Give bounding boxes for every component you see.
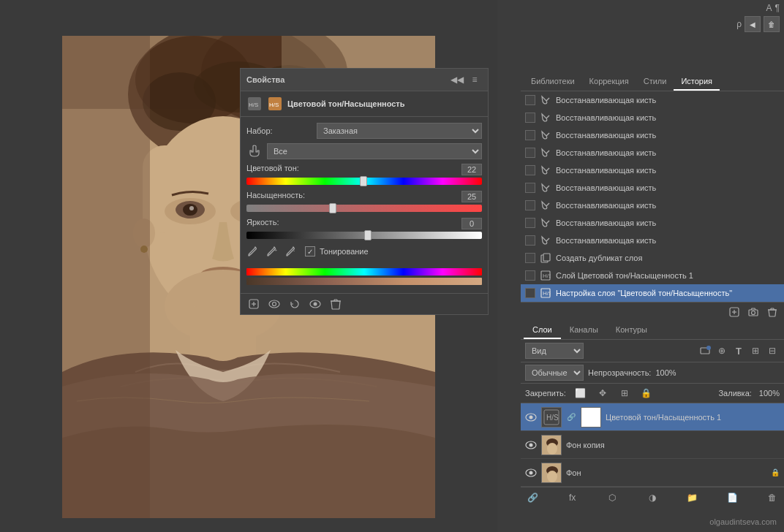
layer-visibility-1[interactable] bbox=[525, 439, 537, 451]
hand-tool-icon[interactable] bbox=[246, 143, 263, 159]
tab-correction[interactable]: Коррекция bbox=[582, 73, 636, 91]
layer-visibility-2[interactable] bbox=[525, 467, 537, 479]
delete-layer-icon[interactable]: 🗑 bbox=[765, 490, 780, 505]
props-collapse-left[interactable]: ◀◀ bbox=[450, 72, 464, 87]
hue-slider-track[interactable] bbox=[246, 178, 482, 185]
lock-all-icon[interactable]: 🔒 bbox=[639, 386, 654, 400]
link-layers-icon[interactable]: 🔗 bbox=[525, 490, 540, 505]
camera-history-icon[interactable] bbox=[746, 305, 761, 319]
properties-header: Свойства ◀◀ ≡ bbox=[241, 69, 488, 91]
sat-slider-thumb[interactable] bbox=[329, 203, 336, 213]
layer-item-0[interactable]: H/S 🔗 Цветовой тон/Насыщенность 1 bbox=[521, 403, 784, 431]
bright-slider-thumb[interactable] bbox=[364, 230, 372, 240]
tabs-row: Библиотеки Коррекция Стили История bbox=[521, 73, 784, 91]
eyedropper-minus-icon[interactable]: - bbox=[284, 245, 298, 258]
eyedropper-plus-icon[interactable]: + bbox=[265, 245, 279, 258]
top-icons-area: A ¶ ρ ◀ 🗑 bbox=[521, 0, 784, 73]
bright-slider-track[interactable] bbox=[246, 232, 482, 239]
blend-mode-select[interactable]: Вид bbox=[525, 343, 584, 359]
collapse-btn[interactable]: ◀ bbox=[745, 16, 761, 32]
history-item-1[interactable]: Восстанавливающая кисть bbox=[521, 109, 784, 126]
add-history-icon[interactable] bbox=[727, 305, 742, 319]
new-group-icon[interactable]: 📁 bbox=[685, 490, 700, 505]
history-check-8[interactable] bbox=[525, 235, 535, 246]
history-check-7[interactable] bbox=[525, 218, 535, 228]
history-check-10[interactable] bbox=[525, 270, 535, 281]
history-check-1[interactable] bbox=[525, 113, 535, 123]
lock-position-icon[interactable]: ✥ bbox=[595, 386, 610, 400]
add-mask-icon[interactable]: ⬡ bbox=[605, 490, 619, 505]
layer-options-icon-2[interactable]: ⊕ bbox=[715, 343, 729, 358]
svg-text:-: - bbox=[293, 248, 295, 253]
history-check-4[interactable] bbox=[525, 165, 535, 175]
history-label-9: Создать дубликат слоя bbox=[556, 254, 780, 262]
panel-menu-icon[interactable]: A bbox=[766, 3, 772, 13]
layer-visibility-0[interactable] bbox=[525, 411, 537, 423]
toning-checkbox[interactable]: ✓ bbox=[305, 246, 315, 256]
brush-icon-8 bbox=[540, 235, 551, 246]
new-adjustment-icon[interactable]: ◑ bbox=[645, 490, 660, 505]
history-item-2[interactable]: Восстанавливающая кисть bbox=[521, 126, 784, 144]
panel-icon-2[interactable]: ¶ bbox=[775, 3, 780, 13]
add-style-icon[interactable]: fx bbox=[565, 490, 580, 505]
adjustment-icon-10: H/S bbox=[540, 270, 551, 281]
props-trash-btn[interactable] bbox=[328, 297, 343, 311]
new-layer-icon[interactable]: 📄 bbox=[725, 490, 739, 505]
layer-options-icon-T[interactable]: T bbox=[731, 343, 746, 358]
layer-options-icon-4[interactable]: ⊟ bbox=[765, 343, 780, 358]
props-menu[interactable]: ≡ bbox=[467, 72, 482, 87]
history-check-6[interactable] bbox=[525, 200, 535, 210]
blend-mode-dropdown[interactable]: Обычные bbox=[525, 365, 584, 381]
preset-select[interactable]: Заказная bbox=[317, 123, 482, 139]
props-add-mask-btn[interactable] bbox=[246, 297, 261, 311]
props-eye-btn[interactable] bbox=[267, 297, 282, 311]
history-item-0[interactable]: Восстанавливающая кисть bbox=[521, 91, 784, 109]
tab-styles[interactable]: Стили bbox=[636, 73, 674, 91]
eyedropper-icon[interactable] bbox=[246, 245, 260, 258]
lock-pixels-icon[interactable]: ⬜ bbox=[573, 386, 588, 400]
history-check-3[interactable] bbox=[525, 148, 535, 158]
history-item-10[interactable]: H/S Слой Цветовой тон/Насыщенность 1 bbox=[521, 267, 784, 284]
trash-history-icon[interactable] bbox=[765, 305, 780, 319]
layer-options-icon-3[interactable]: ⊞ bbox=[748, 343, 763, 358]
layer-item-1[interactable]: Фон копия bbox=[521, 431, 784, 459]
tab-paths[interactable]: Контуры bbox=[607, 322, 656, 339]
top-icon-row-2: ρ ◀ 🗑 bbox=[736, 16, 780, 32]
sat-value[interactable]: 25 bbox=[461, 191, 482, 202]
layer-item-2[interactable]: Фон 🔒 bbox=[521, 459, 784, 487]
history-item-8[interactable]: Восстанавливающая кисть bbox=[521, 232, 784, 249]
history-check-5[interactable] bbox=[525, 183, 535, 193]
tab-libraries[interactable]: Библиотеки bbox=[524, 73, 582, 91]
hue-value[interactable]: 22 bbox=[461, 164, 482, 175]
tab-channels[interactable]: Каналы bbox=[561, 322, 607, 339]
opacity-label: Непрозрачность: bbox=[588, 368, 651, 377]
history-item-4[interactable]: Восстанавливающая кисть bbox=[521, 162, 784, 179]
history-item-6[interactable]: Восстанавливающая кисть bbox=[521, 197, 784, 214]
props-rotate-btn[interactable] bbox=[287, 297, 302, 311]
fill-value[interactable]: 100% bbox=[759, 389, 780, 398]
panel-icon-p[interactable]: ρ bbox=[736, 19, 742, 29]
history-item-9[interactable]: Создать дубликат слоя bbox=[521, 249, 784, 267]
history-item-3[interactable]: Восстанавливающая кисть bbox=[521, 144, 784, 162]
channel-select[interactable]: Все bbox=[267, 143, 482, 159]
bright-value[interactable]: 0 bbox=[461, 218, 482, 229]
history-item-5[interactable]: Восстанавливающая кисть bbox=[521, 179, 784, 197]
history-item-11[interactable]: H/S Настройка слоя "Цветовой тон/Насыщен… bbox=[521, 284, 784, 302]
history-label-1: Восстанавливающая кисть bbox=[556, 113, 780, 122]
svg-text:H/S: H/S bbox=[249, 102, 258, 108]
opacity-value[interactable]: 100% bbox=[655, 368, 676, 377]
props-view-btn[interactable] bbox=[308, 297, 323, 311]
tab-layers[interactable]: Слои bbox=[524, 322, 561, 339]
history-check-9[interactable] bbox=[525, 253, 535, 263]
history-label-2: Восстанавливающая кисть bbox=[556, 131, 780, 140]
history-item-7[interactable]: Восстанавливающая кисть bbox=[521, 214, 784, 232]
tab-history[interactable]: История bbox=[674, 73, 720, 91]
sat-slider-track[interactable] bbox=[246, 205, 482, 212]
history-check-2[interactable] bbox=[525, 130, 535, 140]
hue-slider-thumb[interactable] bbox=[360, 176, 367, 186]
history-check-11[interactable] bbox=[525, 288, 535, 298]
layer-options-icon-1[interactable] bbox=[698, 343, 712, 358]
history-check-0[interactable] bbox=[525, 95, 535, 105]
lock-artboards-icon[interactable]: ⊞ bbox=[617, 386, 632, 400]
trash-top-btn[interactable]: 🗑 bbox=[764, 16, 780, 32]
